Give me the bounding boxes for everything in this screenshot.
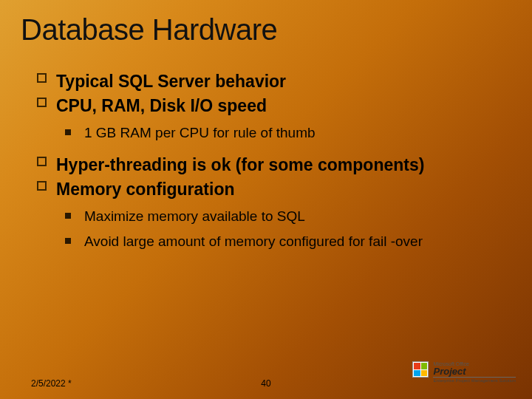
bullet-level2: Avoid large amount of memory configured … — [65, 233, 510, 250]
square-bullet-icon — [37, 98, 47, 107]
bullet-text: Avoid large amount of memory configured … — [84, 233, 423, 249]
bullet-level1: CPU, RAM, Disk I/O speed — [37, 95, 510, 117]
bullet-level1: Typical SQL Server behavior — [37, 71, 510, 92]
bullet-text: Maximize memory available to SQL — [84, 208, 305, 224]
square-bullet-icon — [37, 181, 47, 191]
bullet-level2: 1 GB RAM per CPU for rule of thumb — [65, 124, 510, 142]
square-filled-bullet-icon — [65, 213, 71, 219]
bullet-level2: Maximize memory available to SQL — [65, 208, 510, 225]
office-logo-icon — [412, 361, 429, 378]
logo-text: Microsoft Office Project Enterprise Proj… — [433, 361, 516, 383]
square-bullet-icon — [37, 73, 47, 83]
bullet-text: Hyper-threading is ok (for some componen… — [56, 155, 424, 174]
square-filled-bullet-icon — [65, 238, 71, 244]
bullet-text: 1 GB RAM per CPU for rule of thumb — [84, 125, 316, 140]
project-logo: Microsoft Office Project Enterprise Proj… — [412, 361, 516, 383]
slide: Database Hardware Typical SQL Server beh… — [0, 0, 532, 399]
logo-subtitle: Enterprise Project Management Solution — [433, 377, 516, 383]
slide-footer: 2/5/2022 * 40 Microsoft Office Project E… — [0, 371, 532, 389]
footer-date: 2/5/2022 * — [31, 378, 72, 389]
bullet-text: Memory configuration — [56, 180, 235, 199]
bullet-text: Typical SQL Server behavior — [56, 72, 286, 91]
bullet-level1: Memory configuration — [37, 179, 510, 200]
bullet-text: CPU, RAM, Disk I/O speed — [56, 96, 267, 115]
slide-title: Database Hardware — [21, 13, 277, 47]
footer-page-number: 40 — [261, 378, 270, 389]
bullet-level1: Hyper-threading is ok (for some componen… — [37, 154, 510, 176]
slide-content: Typical SQL Server behavior CPU, RAM, Di… — [37, 71, 510, 257]
logo-product: Project — [433, 366, 516, 376]
square-filled-bullet-icon — [65, 129, 71, 135]
square-bullet-icon — [37, 157, 47, 166]
